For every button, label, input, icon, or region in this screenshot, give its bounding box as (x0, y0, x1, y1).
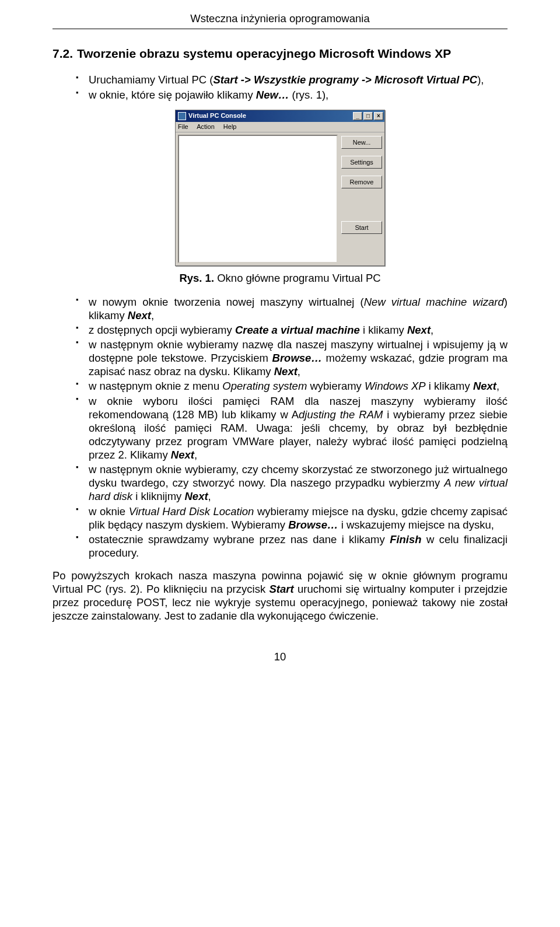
minimize-button[interactable]: _ (353, 112, 362, 120)
settings-button[interactable]: Settings (341, 156, 382, 169)
menu-bar: File Action Help (176, 122, 384, 133)
figure-caption: Rys. 1. Okno główne programu Virtual PC (52, 271, 508, 285)
menu-help[interactable]: Help (223, 123, 237, 130)
list-item: w oknie Virtual Hard Disk Location wybie… (89, 505, 508, 531)
list-item: ostatecznie sprawdzamy wybrane przez nas… (89, 533, 508, 559)
list-item: Uruchamiamy Virtual PC (Start -> Wszystk… (89, 73, 508, 86)
intro-bullet-list: Uruchamiamy Virtual PC (Start -> Wszystk… (52, 73, 508, 101)
menu-file[interactable]: File (178, 123, 188, 130)
vm-list[interactable] (178, 135, 338, 263)
remove-button[interactable]: Remove (341, 176, 382, 188)
start-button[interactable]: Start (341, 221, 382, 234)
page-header-title: Wsteczna inżynieria oprogramowania (52, 12, 508, 25)
button-column: New... Settings Remove Start (341, 135, 382, 263)
list-item: w oknie wyboru ilości pamięci RAM dla na… (89, 394, 508, 462)
list-item: w następnym oknie z menu Operating syste… (89, 379, 508, 393)
close-button[interactable]: × (374, 112, 383, 120)
page-number: 10 (52, 650, 508, 663)
app-icon (178, 112, 186, 120)
section-title: Tworzenie obrazu systemu operacyjnego Mi… (77, 47, 451, 60)
list-item: z dostępnych opcji wybieramy Create a vi… (89, 323, 508, 337)
main-bullet-list: w nowym oknie tworzenia nowej maszyny wi… (52, 295, 508, 559)
section-number: 7.2. (52, 46, 77, 61)
maximize-button[interactable]: □ (363, 112, 373, 120)
new-button[interactable]: New... (341, 136, 382, 149)
list-item: w nowym oknie tworzenia nowej maszyny wi… (89, 295, 508, 322)
window-body: New... Settings Remove Start (176, 132, 384, 265)
virtual-pc-console-window: Virtual PC Console _ □ × File Action Hel… (175, 110, 385, 267)
section-heading: 7.2.Tworzenie obrazu systemu operacyjneg… (52, 46, 508, 61)
list-item: w oknie, które się pojawiło klikamy New…… (89, 88, 508, 102)
list-item: w następnym oknie wybieramy nazwę dla na… (89, 338, 508, 378)
menu-action[interactable]: Action (197, 123, 215, 130)
window-titlebar: Virtual PC Console _ □ × (176, 110, 384, 122)
closing-paragraph: Po powyższych krokach nasza maszyna powi… (52, 569, 508, 623)
window-title: Virtual PC Console (188, 112, 352, 120)
list-item: w następnym oknie wybieramy, czy chcemy … (89, 463, 508, 503)
header-divider (52, 29, 508, 29)
figure-1: Virtual PC Console _ □ × File Action Hel… (52, 110, 508, 285)
